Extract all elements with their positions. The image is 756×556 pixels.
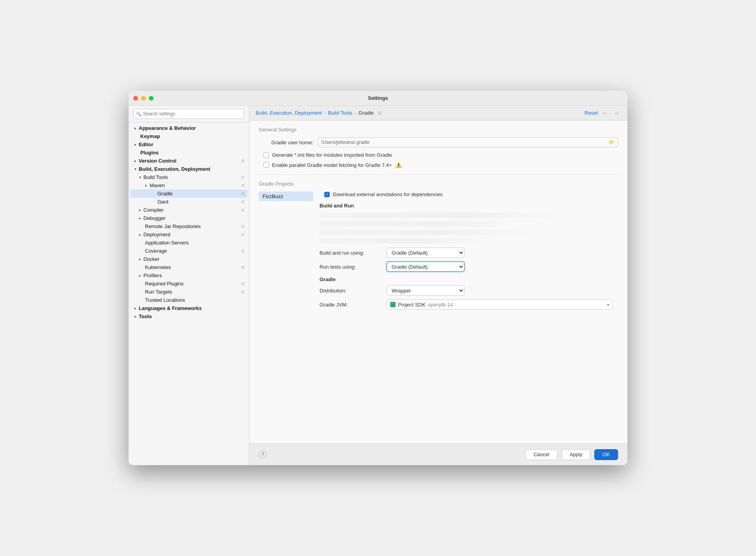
gradle-jvm-dropdown[interactable]: Project SDK openjdk-14 ▾ xyxy=(387,299,613,310)
settings-window: Settings 🔍 Appearance & Behavior Ke xyxy=(129,91,627,465)
sidebar-item-label: Build, Execution, Deployment xyxy=(139,166,210,172)
iml-checkbox-row: Generate *.iml files for modules importe… xyxy=(263,152,618,158)
pin-icon: ⊟ xyxy=(241,159,244,163)
maximize-button[interactable] xyxy=(149,96,154,101)
pin-icon: ⊟ xyxy=(241,232,244,237)
sidebar-item-version-control[interactable]: Version Control ⊟ xyxy=(130,157,247,165)
apply-button[interactable]: Apply xyxy=(562,449,591,460)
sidebar-item-label: Deployment xyxy=(143,232,170,237)
sidebar-item-gant[interactable]: Gant ⊟ xyxy=(130,198,247,206)
back-button[interactable]: ← xyxy=(600,110,609,117)
chevron-icon xyxy=(138,216,142,220)
breadcrumb-build-exec[interactable]: Build, Execution, Deployment xyxy=(256,110,322,116)
chevron-icon xyxy=(133,143,137,147)
sidebar-item-keymap[interactable]: Keymap xyxy=(130,132,247,140)
distribution-label: Distribution: xyxy=(320,288,382,294)
download-annotations-row: Download external annotations for depend… xyxy=(324,191,618,197)
sidebar-item-profilers[interactable]: Profilers xyxy=(130,271,247,280)
main-panel: Build, Execution, Deployment › Build Too… xyxy=(249,106,627,465)
pin-icon: ⊟ xyxy=(241,290,244,294)
projects-section: FizzBuzz Download external annotations f… xyxy=(259,191,618,313)
sidebar-item-tools[interactable]: Tools xyxy=(130,312,247,320)
minimize-button[interactable] xyxy=(141,96,146,101)
sidebar-item-app-servers[interactable]: Application Servers xyxy=(130,239,247,247)
sidebar-item-editor[interactable]: Editor xyxy=(130,140,247,149)
build-run-using-dropdown[interactable]: Gradle (Default) IntelliJ IDEA xyxy=(387,248,465,258)
gradle-user-home-row: Gradle user home: /Users/jetbrains/.grad… xyxy=(259,137,618,147)
sidebar-item-trusted-locations[interactable]: Trusted Locations xyxy=(130,296,247,304)
sidebar-item-appearance[interactable]: Appearance & Behavior xyxy=(130,124,247,132)
reset-button[interactable]: Reset xyxy=(585,110,598,116)
sidebar-item-label: Editor xyxy=(139,142,154,147)
sidebar-item-label: Application Servers xyxy=(145,240,189,246)
chevron-icon xyxy=(144,184,148,188)
sidebar-item-languages-frameworks[interactable]: Languages & Frameworks xyxy=(130,304,247,312)
breadcrumb-pin-icon: ⊟ xyxy=(378,110,382,116)
sidebar-item-deployment[interactable]: Deployment ⊟ xyxy=(130,230,247,239)
pin-icon: ⊟ xyxy=(241,282,244,286)
sidebar-item-label: Tools xyxy=(139,313,152,319)
cancel-button[interactable]: Cancel xyxy=(525,449,557,460)
sidebar-item-label: Profilers xyxy=(143,273,162,278)
gradle-jvm-row: Gradle JVM: Project SDK openjdk-14 ▾ xyxy=(320,299,618,310)
sidebar-tree: Appearance & Behavior Keymap Editor Plug… xyxy=(129,122,249,465)
sidebar-item-label: Debugger xyxy=(143,215,166,221)
sidebar-item-label: Gradle xyxy=(157,191,173,197)
sidebar-item-build-tools[interactable]: Build Tools ⊟ xyxy=(130,173,247,181)
sidebar-item-maven[interactable]: Maven ⊟ xyxy=(130,181,247,189)
sidebar-item-kubernetes[interactable]: Kubernetes ⊟ xyxy=(130,263,247,271)
iml-checkbox[interactable] xyxy=(263,152,269,158)
sidebar-item-debugger[interactable]: Debugger xyxy=(130,214,247,222)
sidebar-item-plugins[interactable]: Plugins xyxy=(130,149,247,157)
pin-icon: ⊟ xyxy=(241,191,244,196)
sidebar: 🔍 Appearance & Behavior Keymap xyxy=(129,106,249,465)
project-fizzbuzz[interactable]: FizzBuzz xyxy=(259,191,313,201)
pin-icon: ⊟ xyxy=(241,249,244,253)
chevron-icon xyxy=(138,175,142,179)
warning-icon: ⚠️ xyxy=(395,162,402,168)
parallel-checkbox[interactable] xyxy=(263,162,269,168)
chevron-icon xyxy=(138,233,142,237)
pin-icon: ⊟ xyxy=(241,224,244,228)
sidebar-item-run-targets[interactable]: Run Targets ⊟ xyxy=(130,288,247,296)
sidebar-item-build-exec-deploy[interactable]: Build, Execution, Deployment xyxy=(130,165,247,173)
build-run-using-dropdown-wrap: Gradle (Default) IntelliJ IDEA xyxy=(387,248,465,258)
help-button[interactable]: ? xyxy=(259,451,267,459)
jvm-dropdown-arrow: ▾ xyxy=(607,303,609,307)
sidebar-item-compiler[interactable]: Compiler ⊟ xyxy=(130,206,247,214)
sidebar-item-label: Compiler xyxy=(143,207,164,213)
forward-button[interactable]: → xyxy=(612,110,621,117)
ok-button[interactable]: OK xyxy=(594,449,618,460)
download-annotations-checkbox[interactable] xyxy=(324,192,330,197)
gradle-subsection: Gradle Distribution: Wrapper Local insta… xyxy=(320,276,618,310)
sidebar-item-label: Kubernetes xyxy=(145,264,171,270)
sidebar-item-docker[interactable]: Docker xyxy=(130,255,247,263)
run-tests-dropdown[interactable]: Gradle (Default) IntelliJ IDEA xyxy=(387,262,465,272)
sidebar-item-remote-jar[interactable]: Remote Jar Repositories ⊟ xyxy=(130,222,247,230)
breadcrumb-build-tools[interactable]: Build Tools xyxy=(328,110,352,116)
sidebar-item-gradle[interactable]: Gradle ⊟ xyxy=(130,189,247,198)
blurred-content xyxy=(320,212,618,244)
distribution-dropdown-wrap: Wrapper Local installation xyxy=(387,285,465,296)
footer: ? Cancel Apply OK xyxy=(249,443,627,465)
pin-icon: ⊟ xyxy=(241,183,244,188)
divider-1 xyxy=(259,174,618,175)
chevron-icon xyxy=(138,274,142,278)
sidebar-item-label: Gant xyxy=(157,199,168,205)
search-input[interactable] xyxy=(133,109,244,119)
iml-checkbox-label: Generate *.iml files for modules importe… xyxy=(272,152,392,158)
distribution-dropdown[interactable]: Wrapper Local installation xyxy=(387,285,465,296)
chevron-icon xyxy=(133,126,137,130)
chevron-icon xyxy=(133,315,137,319)
general-settings-title: General Settings xyxy=(259,127,618,133)
gradle-user-home-field[interactable]: /Users/jetbrains/.gradle 📁 xyxy=(318,137,618,147)
sidebar-item-required-plugins[interactable]: Required Plugins ⊟ xyxy=(130,280,247,288)
parallel-checkbox-row: Enable parallel Gradle model fetching fo… xyxy=(263,162,618,168)
footer-left: ? xyxy=(259,451,267,459)
folder-icon: 📁 xyxy=(609,140,615,145)
main-content-area: 🔍 Appearance & Behavior Keymap xyxy=(129,106,627,465)
sidebar-item-coverage[interactable]: Coverage ⊟ xyxy=(130,247,247,255)
titlebar: Settings xyxy=(129,91,627,106)
sidebar-item-label: Required Plugins xyxy=(145,281,184,287)
close-button[interactable] xyxy=(133,96,138,101)
